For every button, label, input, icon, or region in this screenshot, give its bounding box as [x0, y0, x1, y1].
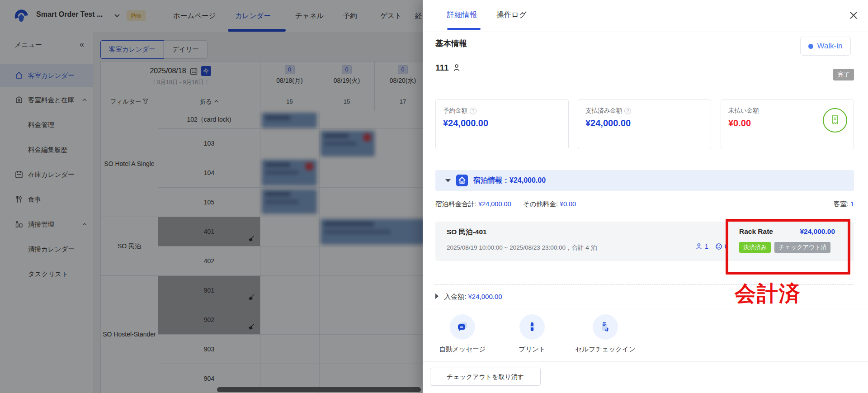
pms-app-screen: Smart Order Test ... Pro ホームページ カレンダー チャ… [0, 0, 868, 393]
status-badge-walkin: Walk-in [800, 37, 851, 56]
annotation-highlight-box [726, 219, 850, 275]
guest-name: 111 [435, 63, 449, 73]
tab-details[interactable]: 詳細情報 [447, 10, 477, 20]
caret-right-icon [435, 294, 439, 299]
self-checkin-button[interactable] [593, 314, 618, 340]
stay-total-value: ¥24,000.00 [478, 200, 511, 208]
print-button[interactable] [519, 314, 545, 340]
status-dot-icon [808, 44, 813, 49]
other-fees-value: ¥0.00 [560, 200, 576, 208]
unpaid-amount-card: 未払い金額 ¥0.00 [721, 99, 854, 149]
unpaid-amount-value: ¥0.00 [728, 118, 751, 128]
tab-operation-log[interactable]: 操作ログ [496, 10, 527, 20]
panel-divider [423, 32, 868, 32]
adult-count: 1 [705, 243, 708, 250]
stay-info-header[interactable]: 宿泊情報：¥24,000.00 [435, 170, 854, 191]
basic-info-title: 基本情報 [435, 38, 467, 49]
active-tab-underline [447, 28, 481, 30]
stay-totals-row: 宿泊料金合計: ¥24,000.00 その他料金: ¥0.00 客室: 1 [435, 200, 854, 208]
help-icon[interactable] [470, 108, 476, 114]
paid-amount-card: 支払済み金額 ¥24,000.00 [578, 99, 711, 149]
self-checkin-icon [599, 321, 612, 333]
footer-divider [423, 361, 868, 362]
self-checkin-label[interactable]: セルフチェックイン [563, 345, 648, 354]
room-name: SO 民泊-401 [447, 227, 487, 237]
person-icon[interactable] [453, 64, 461, 72]
reservation-detail-panel: 詳細情報 操作ログ 基本情報 Walk-in 111 完了 予約金額 ¥24,0… [423, 0, 868, 393]
guest-name-row: 111 [435, 63, 461, 73]
reservation-amount-card: 予約金額 ¥24,000.00 [435, 99, 569, 149]
auto-message-icon [456, 321, 469, 333]
deposit-row[interactable]: 入金額: ¥24,000.00 [435, 290, 661, 300]
room-count-value: 1 [850, 200, 854, 208]
panel-footer: 自動メッセージ プリント セルフチェックイン チェックアウトを取り消す [423, 309, 868, 393]
close-icon[interactable] [848, 10, 859, 21]
auto-message-button[interactable] [450, 314, 475, 340]
receipt-icon[interactable] [823, 108, 847, 133]
child-smiley-icon [715, 243, 722, 250]
modal-dim-overlay[interactable] [0, 0, 423, 393]
annotation-text: 会計済 [735, 279, 801, 308]
auto-message-label[interactable]: 自動メッセージ [427, 345, 498, 354]
caret-down-icon [445, 179, 451, 182]
done-status-badge: 完了 [833, 69, 854, 80]
cancel-checkout-button[interactable]: チェックアウトを取り消す [430, 368, 541, 386]
reservation-amount-value: ¥24,000.00 [443, 118, 488, 128]
stay-info-label: 宿泊情報： [473, 176, 509, 184]
occupancy-info: 1 0 [695, 243, 728, 250]
help-icon[interactable] [624, 108, 631, 114]
deposit-value: ¥24,000.00 [468, 293, 502, 300]
paid-amount-value: ¥24,000.00 [585, 118, 631, 128]
stay-info-amount: ¥24,000.00 [509, 176, 546, 184]
print-label[interactable]: プリント [504, 345, 560, 354]
adult-icon [695, 243, 703, 250]
print-icon [526, 321, 538, 333]
stay-period: 2025/08/19 10:00:00 ~ 2025/08/23 23:00:0… [447, 244, 597, 252]
stay-house-icon [456, 175, 468, 186]
